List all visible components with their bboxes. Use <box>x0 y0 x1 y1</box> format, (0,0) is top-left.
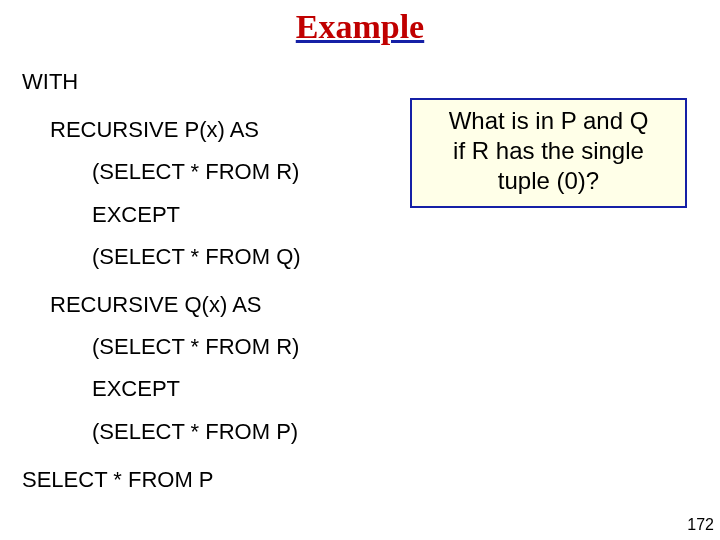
callout-line: tuple (0)? <box>416 166 681 196</box>
code-line: RECURSIVE P(x) AS <box>50 118 301 142</box>
code-line: (SELECT * FROM R) <box>92 160 301 184</box>
slide-title-text: Example <box>296 8 424 45</box>
code-line: (SELECT * FROM Q) <box>92 245 301 269</box>
callout-line: if R has the single <box>416 136 681 166</box>
code-line: (SELECT * FROM P) <box>92 420 301 444</box>
code-line: (SELECT * FROM R) <box>92 335 301 359</box>
callout-line: What is in P and Q <box>416 106 681 136</box>
page-number: 172 <box>687 516 714 534</box>
question-callout: What is in P and Q if R has the single t… <box>410 98 687 208</box>
code-line: RECURSIVE Q(x) AS <box>50 293 301 317</box>
slide-title: Example <box>0 8 720 46</box>
code-line: EXCEPT <box>92 203 301 227</box>
code-line: SELECT * FROM P <box>22 468 301 492</box>
code-line: WITH <box>22 70 301 94</box>
code-line: EXCEPT <box>92 377 301 401</box>
sql-code-block: WITH RECURSIVE P(x) AS (SELECT * FROM R)… <box>22 70 301 492</box>
